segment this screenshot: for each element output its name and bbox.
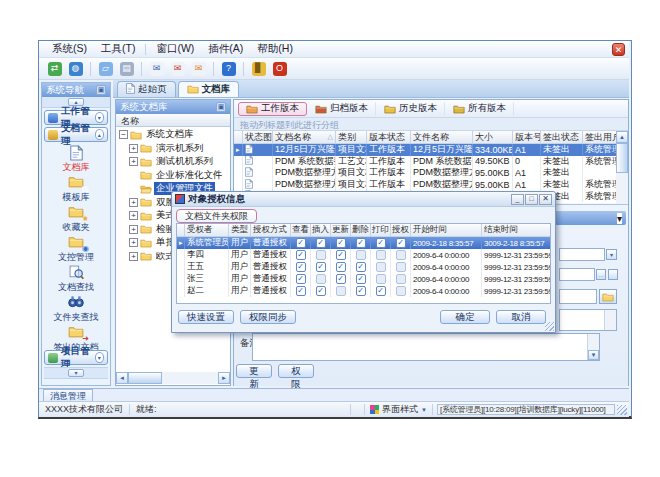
tab-start-page[interactable]: 起始页 <box>117 81 176 97</box>
field-checkbox[interactable] <box>608 269 618 280</box>
mail-flag-button[interactable]: ✉ <box>189 60 208 78</box>
tree-node-2[interactable]: +测试机机系列 <box>116 155 230 169</box>
dialog-titlebar[interactable]: 对象授权信息 _ □ ✕ <box>172 192 555 207</box>
chevron-up-icon[interactable]: ▴ <box>95 129 104 140</box>
checkbox-checked[interactable]: ✓ <box>356 238 366 248</box>
pin-icon[interactable]: ▣ <box>96 85 106 95</box>
dialog-column-header-8[interactable]: 授权 <box>391 224 411 237</box>
dialog-column-header-3[interactable]: 查看 <box>291 224 311 237</box>
table-row[interactable]: PDM数据整理方案2.doc项目文档工作版本PDM数据整理方案2.doc95.0… <box>234 179 616 191</box>
version-button-1[interactable]: 归档版本 <box>307 102 376 116</box>
property-textarea[interactable] <box>559 309 617 331</box>
checkbox-checked[interactable]: ✓ <box>296 250 306 260</box>
checkbox-checked[interactable]: ✓ <box>296 274 306 284</box>
checkbox-unchecked[interactable] <box>396 286 406 296</box>
checkbox-unchecked[interactable] <box>376 250 386 260</box>
ok-button[interactable]: 确定 <box>440 310 490 324</box>
checkbox-checked[interactable]: ✓ <box>376 238 386 248</box>
chevron-down-icon[interactable]: ▾ <box>617 213 622 224</box>
menu-item-2[interactable]: 窗口(W) <box>149 41 201 57</box>
checkbox-checked[interactable]: ✓ <box>296 238 306 248</box>
permission-row[interactable]: ▸系统管理员用户普通授权✓✓✓✓✓✓2009-2-18 8:35:573009-… <box>177 237 550 249</box>
globe-button[interactable]: ◍ <box>66 60 85 78</box>
version-button-0[interactable]: 工作版本 <box>238 102 307 116</box>
checkbox-checked[interactable]: ✓ <box>296 262 306 272</box>
tree-node-3[interactable]: 企业标准化文件 <box>116 169 230 183</box>
checkbox-checked[interactable]: ✓ <box>356 274 366 284</box>
checkbox-checked[interactable]: ✓ <box>316 262 326 272</box>
dialog-column-header-0[interactable]: 受权者 <box>185 224 229 237</box>
property-field[interactable] <box>559 248 605 261</box>
permission-row[interactable]: 张三用户普通授权✓✓✓2009-6-4 0:00:009999-12-31 23… <box>177 273 550 285</box>
maximize-icon[interactable]: □ <box>525 194 538 205</box>
scroll-down-icon[interactable]: ▼ <box>588 350 599 360</box>
sidebar-group-doc[interactable]: 文档管理 ▴ <box>44 127 108 142</box>
column-header-8[interactable]: 签出用户 <box>583 131 616 144</box>
help-button[interactable]: ? <box>219 60 238 78</box>
ui-style-dropdown[interactable]: 界面样式 ▼ <box>364 404 433 415</box>
column-header-4[interactable]: 文件名称 <box>411 131 473 144</box>
close-tab-button[interactable]: ✕ <box>612 43 625 56</box>
dialog-resize-grip[interactable] <box>545 322 554 331</box>
checkbox-checked[interactable]: ✓ <box>336 274 346 284</box>
checkbox-unchecked[interactable] <box>396 262 406 272</box>
checkbox-checked[interactable]: ✓ <box>356 262 366 272</box>
checkbox-checked[interactable]: ✓ <box>336 250 346 260</box>
permission-row[interactable]: 赵二用户普通授权✓✓✓✓2009-6-4 0:00:009999-12-31 2… <box>177 285 550 297</box>
update-button[interactable]: 更新 <box>236 364 272 378</box>
dialog-column-header-1[interactable]: 类型 <box>229 224 251 237</box>
collapse-down-button[interactable]: ▾ <box>68 369 84 377</box>
column-header-5[interactable]: 大小 <box>473 131 513 144</box>
checkbox-checked[interactable]: ✓ <box>336 262 346 272</box>
permission-row[interactable]: 王五用户普通授权✓✓✓✓2009-6-4 0:00:009999-12-31 2… <box>177 261 550 273</box>
remark-scrollbar[interactable]: ▼ <box>587 334 599 360</box>
sidebar-item-2[interactable]: ★收藏夹 <box>42 205 110 234</box>
dialog-column-header-2[interactable]: 授权方式 <box>251 224 291 237</box>
remark-textarea[interactable]: ▼ <box>252 333 600 361</box>
expand-icon[interactable]: + <box>129 198 138 207</box>
field-button[interactable]: … <box>596 269 606 280</box>
version-button-2[interactable]: 历史版本 <box>376 102 445 116</box>
resize-grip[interactable] <box>617 405 627 415</box>
checkbox-unchecked[interactable] <box>396 274 406 284</box>
dialog-column-header-10[interactable]: 结束时间 <box>482 224 551 237</box>
tree-horizontal-scrollbar[interactable]: ◄ ► <box>116 372 230 384</box>
expand-icon[interactable]: + <box>129 211 138 220</box>
expand-icon[interactable]: + <box>129 225 138 234</box>
column-header-7[interactable]: 签出状态 <box>541 131 583 144</box>
open-folder-button[interactable] <box>599 289 617 304</box>
checkbox-checked[interactable]: ✓ <box>356 286 366 296</box>
checkbox-checked[interactable]: ✓ <box>316 286 326 296</box>
dialog-column-header-5[interactable]: 更新 <box>331 224 351 237</box>
expand-icon[interactable]: + <box>129 144 138 153</box>
close-icon[interactable]: ✕ <box>539 194 552 205</box>
dialog-column-header-4[interactable]: 插入 <box>311 224 331 237</box>
menu-item-4[interactable]: 帮助(H) <box>250 41 300 57</box>
permission-sync-button[interactable]: 权限同步 <box>240 310 296 324</box>
expand-icon[interactable]: + <box>129 238 138 247</box>
menu-item-1[interactable]: 工具(T) <box>94 41 142 57</box>
field-scrollbar[interactable] <box>604 310 616 330</box>
property-field[interactable] <box>559 268 595 281</box>
sync-button[interactable]: ⇄ <box>45 60 64 78</box>
sidebar-item-5[interactable]: 文件夹查找 <box>42 295 110 324</box>
archive-button[interactable]: ▤ <box>117 60 136 78</box>
scroll-up-icon[interactable]: ▲ <box>616 131 628 143</box>
tree-node-1[interactable]: +演示机系列 <box>116 142 230 156</box>
scroll-left-icon[interactable]: ◄ <box>116 372 128 384</box>
checkbox-checked[interactable]: ✓ <box>396 238 406 248</box>
checkbox-unchecked[interactable] <box>396 250 406 260</box>
tree-column-header[interactable]: 名称 <box>116 114 230 127</box>
scrollbar-thumb[interactable] <box>128 372 162 384</box>
field-button[interactable]: ▾ <box>606 249 617 260</box>
checkbox-checked[interactable]: ✓ <box>296 286 306 296</box>
version-button-3[interactable]: 所有版本 <box>445 102 514 116</box>
permission-row[interactable]: 李四用户普通授权✓✓2009-6-4 0:00:009999-12-31 23:… <box>177 249 550 261</box>
cancel-button[interactable]: 取消 <box>496 310 546 324</box>
sidebar-item-4[interactable]: 文档查找 <box>42 265 110 294</box>
open-folder-button[interactable]: ▱ <box>96 60 115 78</box>
scrollbar-thumb[interactable] <box>616 143 628 173</box>
table-row[interactable]: PDM数据整理方案.doc项目文档工作版本PDM数据整理方案.doc95.00K… <box>234 167 616 179</box>
mail-new-button[interactable]: ✉ <box>147 60 166 78</box>
column-header-0[interactable]: 状态图 <box>243 131 273 144</box>
